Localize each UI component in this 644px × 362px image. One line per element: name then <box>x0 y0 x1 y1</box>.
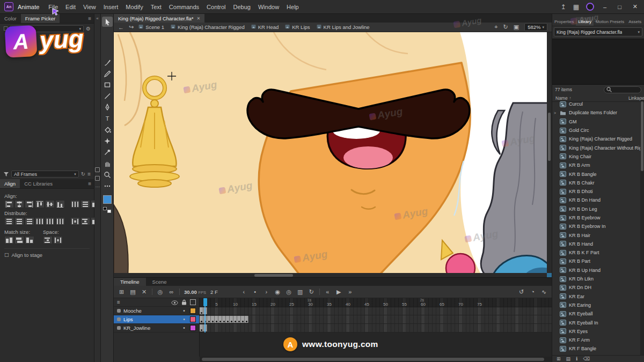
frames-row-2[interactable] <box>200 324 552 333</box>
keyframe-cell[interactable] <box>207 316 211 323</box>
panel-tab[interactable]: Properties <box>552 17 576 26</box>
library-item[interactable]: KR B Hand <box>552 240 640 248</box>
al-m-button[interactable] <box>45 200 55 208</box>
rotate-icon[interactable]: ↻ <box>503 24 508 31</box>
menu-item[interactable]: Commands <box>165 4 203 10</box>
library-item[interactable]: KR Eyeball <box>552 309 640 318</box>
pen-tool[interactable] <box>102 102 113 112</box>
library-item[interactable]: KR B Chakr <box>552 179 640 187</box>
step-back-icon[interactable]: « <box>324 289 331 295</box>
lock-icon[interactable] <box>181 298 187 307</box>
menu-item[interactable]: File <box>45 4 62 10</box>
library-item[interactable]: KR Earing <box>552 301 640 309</box>
quick-share-button[interactable] <box>586 3 594 11</box>
panel-menu-icon[interactable]: ≡ <box>85 16 94 21</box>
dh-l-button[interactable] <box>35 217 45 225</box>
scrollbar-thumb[interactable] <box>254 274 293 277</box>
more-panels-icon[interactable]: ⋯ <box>96 184 100 189</box>
vertical-scrollbar[interactable] <box>547 32 552 273</box>
asset-warp-tool[interactable] <box>102 136 113 146</box>
keyframe-cell[interactable] <box>222 316 226 323</box>
layer-link-icon[interactable]: ∞ <box>168 289 175 295</box>
align-to-stage-checkbox[interactable]: ☐ <box>4 252 9 258</box>
menu-item[interactable]: Modify <box>122 4 147 10</box>
frames-filter-select[interactable]: All Frames▾ <box>11 171 79 178</box>
stage-viewport[interactable] <box>114 32 552 278</box>
hand-tool[interactable] <box>102 158 113 168</box>
layer-visibility-dot[interactable]: • <box>181 325 187 331</box>
library-item[interactable]: KR B Dn Leg <box>552 205 640 213</box>
keyframe-cell[interactable] <box>200 316 203 323</box>
frames-row-1[interactable] <box>200 315 552 324</box>
text-tool[interactable]: T <box>102 113 113 123</box>
dh-c-button[interactable] <box>45 217 55 225</box>
layer-visibility-dot[interactable]: • <box>181 316 187 322</box>
menu-item[interactable]: Edit <box>62 4 79 10</box>
al-ch-button[interactable] <box>14 200 24 208</box>
menu-item[interactable]: Help <box>283 4 303 10</box>
keyframe-cell[interactable] <box>200 307 203 314</box>
di-v-button[interactable] <box>80 200 90 208</box>
library-item[interactable]: KR Dh Ltkn <box>552 275 640 283</box>
folder-twisty[interactable]: > <box>554 111 556 115</box>
layer-row-2[interactable]: KR_Jowline • <box>114 324 199 333</box>
dv-m-button[interactable] <box>14 217 24 225</box>
library-item[interactable]: KR Dn DH <box>552 283 640 292</box>
al-r-button[interactable] <box>25 200 34 208</box>
al-b-button[interactable] <box>55 200 65 208</box>
menu-item[interactable]: Text <box>147 4 165 10</box>
tab-frame-picker[interactable]: Frame Picker <box>21 14 60 23</box>
close-window-button[interactable]: ✕ <box>631 3 640 10</box>
onion-skin-icon[interactable]: ◉ <box>274 289 281 295</box>
frames-row-0[interactable] <box>200 307 552 315</box>
workspace-icon[interactable]: ▦ <box>573 3 579 11</box>
breadcrumb-item[interactable]: KR Head <box>251 24 279 30</box>
more-tools-button[interactable] <box>102 181 113 191</box>
selection-tool[interactable] <box>102 17 113 27</box>
panel-tab[interactable]: Assets <box>626 17 643 26</box>
reset-time-icon[interactable]: ↺ <box>518 289 525 295</box>
back-icon[interactable]: ← <box>118 24 124 31</box>
dv-t-button[interactable] <box>4 217 14 225</box>
s-v-button[interactable] <box>43 236 53 244</box>
library-item[interactable]: KR B Part <box>552 257 640 265</box>
library-item[interactable]: KR B Bangle <box>552 169 640 178</box>
play-button[interactable]: ▶ <box>335 289 342 295</box>
eyedropper-tool[interactable] <box>102 147 113 157</box>
library-item[interactable]: KR Eyeball In <box>552 318 640 327</box>
insert-frame-icon[interactable]: ⊞ <box>118 289 125 295</box>
menu-item[interactable]: Debug <box>230 4 254 10</box>
outline-color-icon[interactable] <box>190 299 196 305</box>
menu-item[interactable]: Control <box>203 4 229 10</box>
clip-content-icon[interactable]: ▣ <box>514 24 519 31</box>
dv-b-button[interactable] <box>25 217 34 225</box>
library-document-select[interactable]: King (Raja) Rigged Character.fla ▾ <box>554 27 642 36</box>
search-input[interactable] <box>604 86 641 93</box>
layer-visibility-dot[interactable]: • <box>181 308 187 314</box>
s-v-button[interactable] <box>80 217 90 225</box>
breadcrumb-item[interactable]: KR Lips <box>285 24 310 30</box>
redo-icon[interactable]: ↪ <box>129 24 134 31</box>
library-item[interactable]: KR B Eyebrow <box>552 213 640 222</box>
library-item[interactable]: KR B Arm <box>552 161 640 169</box>
frames-area[interactable]: 510152025303540455055606570751s2s <box>200 298 552 357</box>
timeline-scrollbar[interactable] <box>200 357 552 362</box>
tab-scene[interactable]: Scene <box>146 278 173 286</box>
new-folder-icon[interactable]: ▤ <box>566 356 571 361</box>
library-item[interactable]: Curcul <box>552 100 640 108</box>
library-item[interactable]: King (Raja) Character Rigged <box>552 135 640 143</box>
library-item[interactable]: KR B K F Part <box>552 248 640 257</box>
library-item[interactable]: King (Raja) Character Without Rigg... <box>552 143 640 152</box>
library-item[interactable]: King Chair <box>552 152 640 161</box>
brush-tool[interactable] <box>102 57 113 67</box>
library-item[interactable]: KR B Up Hand <box>552 266 640 275</box>
close-icon[interactable]: ✕ <box>196 16 200 21</box>
frame-mode-select[interactable]: Single Fr...▾ <box>10 25 84 32</box>
zoom-control[interactable]: 582% ▾ <box>524 23 547 31</box>
collapsed-panel-icon[interactable] <box>95 176 100 181</box>
al-l-button[interactable] <box>4 200 14 208</box>
library-item[interactable]: KR Eyes <box>552 327 640 336</box>
fps-value[interactable]: 30.00 FPS <box>184 289 206 295</box>
breadcrumb-item[interactable]: KR Lips and Jowline <box>317 24 370 30</box>
layers-menu-icon[interactable]: ≡ <box>117 299 120 305</box>
